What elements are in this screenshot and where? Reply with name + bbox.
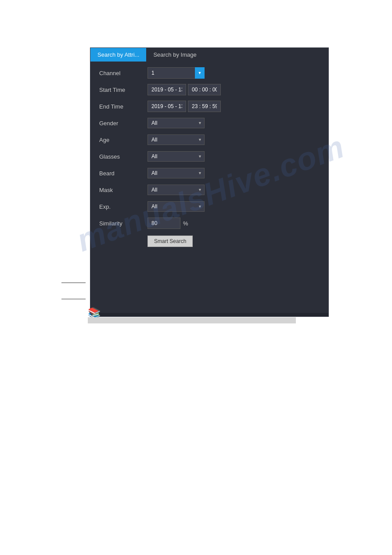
glasses-row: Glasses All Yes No <box>99 150 320 163</box>
start-time-input[interactable] <box>188 84 221 95</box>
end-time-input[interactable] <box>188 101 221 112</box>
mask-control: All Yes No <box>147 185 320 195</box>
gender-select[interactable]: All Male Female <box>147 118 205 128</box>
tab-bar: Search by Attri... Search by Image <box>90 48 328 62</box>
glasses-label: Glasses <box>99 153 147 160</box>
glasses-select-wrapper[interactable]: All Yes No <box>147 151 205 162</box>
age-select-wrapper[interactable]: All Child Young Middle Old <box>147 134 205 145</box>
similarity-row: Similarity % <box>99 217 320 229</box>
age-control: All Child Young Middle Old <box>147 134 320 145</box>
start-time-row: Start Time <box>99 83 320 96</box>
hr-line-2 <box>61 299 86 299</box>
mask-row: Mask All Yes No <box>99 184 320 196</box>
hr-line-1 <box>61 283 86 283</box>
dialog-bottom-bar <box>90 313 328 316</box>
end-date-input[interactable] <box>147 101 186 112</box>
exp-control: All <box>147 201 320 212</box>
exp-row: Exp. All <box>99 200 320 213</box>
end-time-control <box>147 101 320 112</box>
beard-select-wrapper[interactable]: All Yes No <box>147 168 205 178</box>
start-time-control <box>147 84 320 95</box>
exp-select[interactable]: All <box>147 201 205 212</box>
beard-label: Beard <box>99 170 147 177</box>
similarity-control: % <box>147 218 320 229</box>
tab-search-by-attr[interactable]: Search by Attri... <box>90 48 146 62</box>
mask-label: Mask <box>99 187 147 193</box>
form-area: Channel 1 2 3 4 Start Time <box>90 62 328 313</box>
beard-row: Beard All Yes No <box>99 167 320 179</box>
gender-row: Gender All Male Female <box>99 117 320 129</box>
exp-select-wrapper[interactable]: All <box>147 201 205 212</box>
similarity-label: Similarity <box>99 220 147 227</box>
similarity-input[interactable] <box>147 218 180 229</box>
glasses-select[interactable]: All Yes No <box>147 151 205 162</box>
smart-search-control: Smart Search <box>147 234 320 247</box>
glasses-control: All Yes No <box>147 151 320 162</box>
age-label: Age <box>99 137 147 143</box>
percent-symbol: % <box>183 220 188 227</box>
end-time-label: End Time <box>99 103 147 110</box>
page-wrapper: manualsHive.com Search by Attri... Searc… <box>0 0 392 555</box>
dialog-panel: Search by Attri... Search by Image Chann… <box>90 47 329 317</box>
mask-select[interactable]: All Yes No <box>147 185 205 195</box>
channel-select-wrapper[interactable]: 1 2 3 4 <box>147 67 205 79</box>
age-select[interactable]: All Child Young Middle Old <box>147 134 205 145</box>
gender-select-wrapper[interactable]: All Male Female <box>147 118 205 128</box>
beard-control: All Yes No <box>147 168 320 178</box>
gender-control: All Male Female <box>147 118 320 128</box>
tab-search-by-image[interactable]: Search by Image <box>146 48 203 62</box>
end-time-row: End Time <box>99 100 320 112</box>
start-date-input[interactable] <box>147 84 186 95</box>
exp-label: Exp. <box>99 203 147 210</box>
gender-label: Gender <box>99 120 147 127</box>
start-time-label: Start Time <box>99 87 147 93</box>
smart-search-button[interactable]: Smart Search <box>147 236 193 247</box>
channel-control: 1 2 3 4 <box>147 67 320 79</box>
age-row: Age All Child Young Middle Old <box>99 134 320 146</box>
channel-select[interactable]: 1 2 3 4 <box>147 67 205 79</box>
mask-select-wrapper[interactable]: All Yes No <box>147 185 205 195</box>
beard-select[interactable]: All Yes No <box>147 168 205 178</box>
channel-row: Channel 1 2 3 4 <box>99 67 320 79</box>
empty-space <box>99 251 320 304</box>
smart-search-row: Smart Search <box>99 234 320 247</box>
channel-label: Channel <box>99 70 147 76</box>
gray-bar <box>88 317 296 323</box>
book-icon: 📚 <box>88 307 101 319</box>
